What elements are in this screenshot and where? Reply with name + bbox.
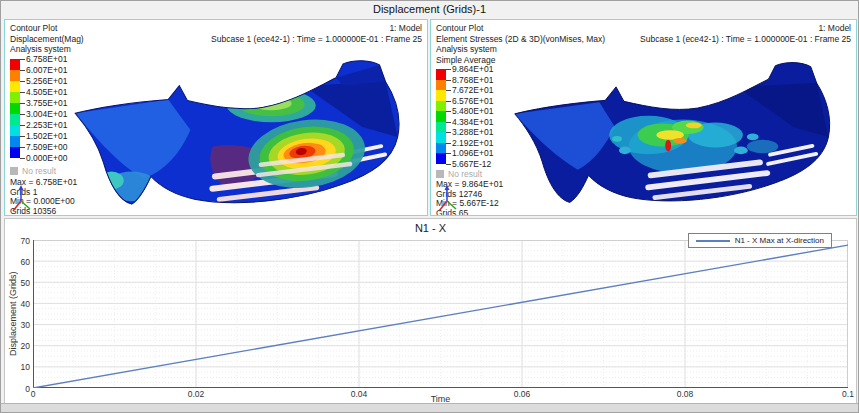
model-name: 1: Model (640, 23, 851, 34)
xy-plot-window: N1 - X Displacement (Grids) N1 - X Max a… (4, 218, 857, 404)
contour-colorbar: 6.758E+016.007E+015.256E+014.505E+013.75… (10, 59, 20, 158)
legend-result-type: Displacement(Mag) (10, 34, 84, 45)
y-tick-label: 50 (7, 278, 30, 288)
x-tick-label: 0 (31, 389, 36, 399)
y-tick-label: 30 (7, 320, 30, 330)
subcase-frame-info: Subcase 1 (ece42-1) : Time = 1.000000E-0… (640, 34, 851, 45)
x-tick-label: 0.08 (677, 389, 694, 399)
series-label: N1 - X Max at X-direction (735, 236, 824, 245)
no-result-swatch-icon (10, 167, 18, 175)
legend-result-type: Element Stresses (2D & 3D)(vonMises, Max… (436, 34, 605, 45)
legend-system: Analysis system (10, 44, 84, 55)
contour-viewport-stress[interactable]: Contour Plot Element Stresses (2D & 3D)(… (430, 19, 857, 216)
contour-legend-header: Contour Plot Displacement(Mag) Analysis … (10, 23, 84, 55)
no-result-row: No result (10, 166, 56, 176)
legend-system: Analysis system (436, 44, 605, 55)
no-result-swatch-icon (436, 170, 444, 178)
subcase-frame-info: Subcase 1 (ece42-1) : Time = 1.000000E-0… (211, 34, 422, 45)
contour-colorbar: 9.864E+018.768E+017.672E+016.576E+015.48… (436, 69, 446, 164)
no-result-label: No result (448, 169, 482, 179)
page-title: Displacement (Grids)-1 (1, 1, 858, 18)
no-result-row: No result (436, 169, 482, 179)
coordinate-triad-icon (437, 185, 459, 213)
app-window: Displacement (Grids)-1 Contour Plot Disp… (0, 0, 859, 413)
legend-title: Contour Plot (436, 23, 605, 34)
colorbar (436, 69, 446, 164)
y-tick-label: 0 (7, 384, 30, 394)
series-line-sample-icon (696, 240, 730, 242)
model-name: 1: Model (211, 23, 422, 34)
x-tick-label: 0.02 (188, 389, 205, 399)
chart-canvas (33, 240, 848, 388)
no-result-label: No result (22, 166, 56, 176)
x-tick-label: 0.04 (351, 389, 368, 399)
contour-legend-header: Contour Plot Element Stresses (2D & 3D)(… (436, 23, 605, 65)
legend-title: Contour Plot (10, 23, 84, 34)
contour-viewport-displacement[interactable]: Contour Plot Displacement(Mag) Analysis … (4, 19, 428, 216)
y-tick-label: 70 (7, 236, 30, 246)
x-tick-label: 0.1 (842, 389, 854, 399)
y-tick-label: 40 (7, 299, 30, 309)
chart-legend: N1 - X Max at X-direction (688, 233, 832, 248)
bumper-model-stress (501, 58, 855, 212)
y-tick-label: 10 (7, 362, 30, 372)
bumper-model-displacement (61, 56, 425, 214)
y-tick-label: 20 (7, 341, 30, 351)
subcase-info: 1: Model Subcase 1 (ece42-1) : Time = 1.… (211, 23, 422, 44)
x-tick-label: 0.06 (514, 389, 531, 399)
subcase-info: 1: Model Subcase 1 (ece42-1) : Time = 1.… (640, 23, 851, 44)
coordinate-triad-icon (11, 185, 33, 213)
window-bottom-strip (1, 403, 858, 412)
plot-area[interactable] (33, 240, 848, 388)
y-tick-label: 60 (7, 257, 30, 267)
colorbar (10, 59, 20, 158)
